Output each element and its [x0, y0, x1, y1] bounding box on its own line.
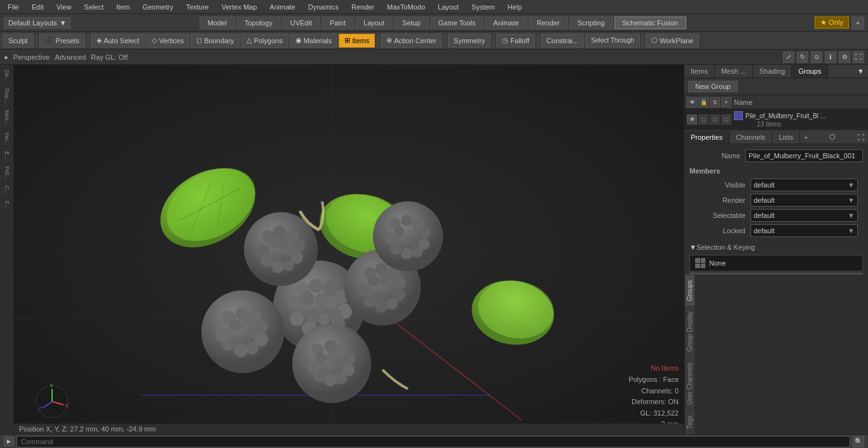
- viewport-icon-refresh[interactable]: ↻: [797, 51, 808, 63]
- toolbar-separator-2: [88, 35, 88, 46]
- render-dropdown-arrow: ▼: [848, 196, 855, 204]
- workplane-button[interactable]: ⬡ WorkPlane: [646, 34, 700, 48]
- group-item-icon3[interactable]: □: [721, 114, 731, 125]
- command-search-icon[interactable]: 🔍: [853, 436, 864, 447]
- viewport-icon-fullscreen[interactable]: ⤢: [783, 51, 794, 63]
- menu-item-layout[interactable]: Layout: [433, 2, 464, 12]
- mode-paint[interactable]: Paint: [322, 17, 354, 29]
- polygons-button[interactable]: △ Polygons: [241, 34, 288, 48]
- props-tab-channels[interactable]: Channels: [729, 131, 772, 144]
- properties-tabs: Properties Channels Lists + ⬡ ⛶: [684, 130, 868, 144]
- menu-item-maxtomodo[interactable]: MaxToModo: [382, 2, 430, 12]
- viewport[interactable]: X Y Z No Items Polygons : Face Channels:…: [14, 65, 684, 434]
- none-button[interactable]: None: [689, 255, 863, 271]
- render-dropdown[interactable]: default ▼: [750, 194, 858, 207]
- group-item-icon2[interactable]: □: [710, 114, 720, 125]
- name-input[interactable]: [745, 149, 863, 162]
- svg-point-91: [412, 219, 424, 230]
- viewport-icon-settings[interactable]: ⚙: [839, 51, 850, 63]
- layout-dropdown[interactable]: Default Layouts ▼: [4, 17, 71, 29]
- svg-point-26: [301, 292, 315, 306]
- locked-dropdown[interactable]: default ▼: [750, 224, 858, 237]
- vtab-tags[interactable]: Tags: [685, 410, 695, 434]
- mode-gametools[interactable]: Game Tools: [430, 17, 484, 29]
- viewport-gl[interactable]: Ray GL: Off: [91, 53, 128, 61]
- left-label-f: F...: [4, 201, 10, 208]
- menu-item-help[interactable]: Help: [503, 2, 527, 12]
- group-item-eye[interactable]: 👁: [687, 114, 697, 125]
- mode-uvedit[interactable]: UVEdit: [282, 17, 320, 29]
- action-center-button[interactable]: ⊕ Action Center: [381, 34, 442, 48]
- menu-item-item[interactable]: Item: [111, 2, 135, 12]
- select-items-button[interactable]: Select Items: [689, 273, 863, 275]
- mode-model[interactable]: Model: [200, 17, 235, 29]
- items-button[interactable]: ⊞ Items: [339, 34, 375, 48]
- mode-scripting[interactable]: Scripting: [569, 17, 613, 29]
- autoselect-icon: ◈: [97, 36, 102, 44]
- menu-item-system[interactable]: System: [466, 2, 500, 12]
- props-tab-lists[interactable]: Lists: [773, 131, 801, 144]
- viewport-icon-camera[interactable]: ⊙: [811, 51, 822, 63]
- menu-item-select[interactable]: Select: [79, 2, 109, 12]
- mode-animate[interactable]: Animate: [485, 17, 527, 29]
- props-panel-maximize[interactable]: ⛶: [853, 131, 868, 144]
- svg-point-94: [411, 246, 423, 257]
- vtab-user-channels[interactable]: User Channels: [685, 357, 695, 410]
- vtab-group-display[interactable]: Group Display: [685, 306, 695, 356]
- boundary-button[interactable]: ◻ Boundary: [191, 34, 240, 48]
- props-tab-plus[interactable]: +: [800, 131, 811, 144]
- mode-setup[interactable]: Setup: [394, 17, 429, 29]
- visible-dropdown[interactable]: default ▼: [750, 179, 858, 191]
- falloff-button[interactable]: ◷ Falloff: [496, 34, 535, 48]
- menu-item-render[interactable]: Render: [346, 2, 379, 12]
- menu-item-geometry[interactable]: Geometry: [137, 2, 178, 12]
- group-list-item[interactable]: 👁 □ □ □ Pile_of_Mulberry_Fruit_Bl ... 13…: [684, 109, 868, 130]
- command-input[interactable]: [17, 436, 850, 447]
- group-solo-icon[interactable]: S: [710, 97, 720, 107]
- layout-bar: Default Layouts ▼ Model Topology UVEdit …: [0, 14, 868, 32]
- props-tab-properties[interactable]: Properties: [684, 131, 729, 144]
- group-add-icon[interactable]: +: [721, 97, 731, 107]
- mode-schematicfusion[interactable]: Schematic Fusion: [614, 17, 686, 29]
- auto-select-button[interactable]: ◈ Auto Select: [91, 34, 145, 48]
- vertices-button[interactable]: ◇ Vertices: [146, 34, 189, 48]
- new-group-button[interactable]: New Group: [688, 81, 738, 92]
- constrain-button[interactable]: Constrai...: [541, 34, 584, 48]
- members-title[interactable]: Members: [689, 167, 863, 175]
- selectable-dropdown[interactable]: default ▼: [750, 209, 858, 222]
- select-through-button[interactable]: Select Through: [585, 34, 640, 48]
- menu-item-animate[interactable]: Animate: [264, 2, 300, 12]
- tab-groups[interactable]: Groups: [792, 65, 828, 78]
- mode-layout[interactable]: Layout: [355, 17, 393, 29]
- viewport-icon-maximize[interactable]: ⛶: [853, 51, 864, 63]
- viewport-icon-info[interactable]: ℹ: [825, 51, 836, 63]
- materials-button[interactable]: ◉ Materials: [290, 34, 338, 48]
- mode-topology[interactable]: Topology: [236, 17, 281, 29]
- symmetry-button[interactable]: Symmetry: [448, 34, 491, 48]
- add-layout-button[interactable]: +: [851, 17, 864, 29]
- menu-item-edit[interactable]: Edit: [27, 2, 49, 12]
- tab-mesh[interactable]: Mesh ...: [715, 65, 753, 78]
- presets-button[interactable]: ⬛ Presets: [39, 34, 85, 48]
- tab-items[interactable]: Items: [684, 65, 715, 78]
- menu-item-vertexmap[interactable]: Vertex Map: [217, 2, 262, 12]
- group-lock-icon[interactable]: 🔒: [698, 97, 709, 107]
- command-arrow[interactable]: ►: [4, 437, 14, 447]
- menu-item-texture[interactable]: Texture: [181, 2, 214, 12]
- sculpt-button[interactable]: Sculpt: [3, 34, 34, 48]
- menu-item-file[interactable]: File: [3, 2, 24, 12]
- props-panel-expand[interactable]: ⬡: [825, 130, 839, 144]
- svg-point-72: [248, 327, 260, 339]
- group-item-icon1[interactable]: □: [698, 114, 709, 125]
- tab-shading[interactable]: Shading: [753, 65, 792, 78]
- mode-render[interactable]: Render: [529, 17, 568, 29]
- group-visibility-icon[interactable]: 👁: [687, 97, 697, 107]
- vtab-groups[interactable]: Groups: [685, 275, 695, 306]
- viewport-mode[interactable]: Perspective: [13, 53, 50, 61]
- viewport-render[interactable]: Advanced: [55, 53, 86, 61]
- only-badge[interactable]: ★ Only: [815, 17, 849, 29]
- rp-tab-expand[interactable]: ▼: [853, 65, 868, 78]
- selection-keying-header[interactable]: ▼ Selection & Keying: [684, 241, 868, 254]
- menu-item-dynamics[interactable]: Dynamics: [303, 2, 344, 12]
- menu-item-view[interactable]: View: [51, 2, 77, 12]
